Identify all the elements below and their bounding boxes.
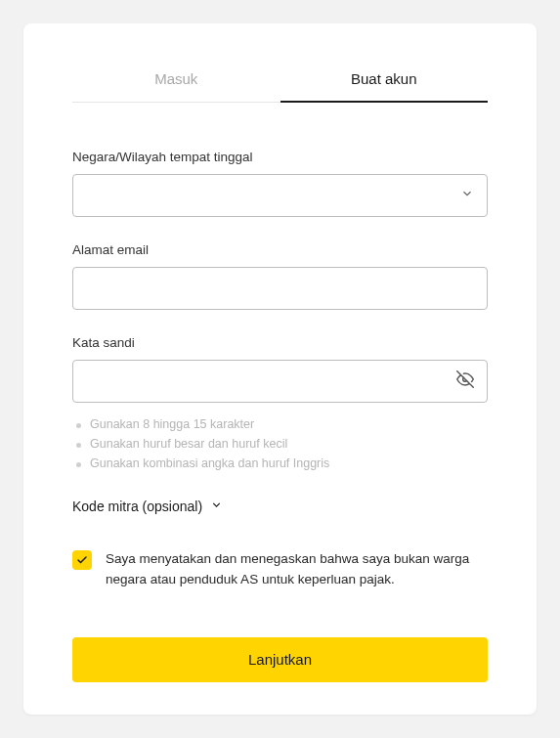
- disclaimer-text: Saya menyatakan dan menegaskan bahwa say…: [106, 549, 488, 590]
- eye-off-icon[interactable]: [456, 370, 474, 392]
- chevron-down-icon: [210, 499, 223, 514]
- password-rule: Gunakan 8 hingga 15 karakter: [72, 414, 488, 434]
- country-label: Negara/Wilayah tempat tinggal: [72, 150, 488, 164]
- check-icon: [76, 554, 88, 566]
- country-select[interactable]: [72, 174, 488, 217]
- password-label: Kata sandi: [72, 335, 488, 350]
- signup-card: Masuk Buat akun Negara/Wilayah tempat ti…: [23, 23, 537, 715]
- email-field-group: Alamat email: [72, 242, 488, 310]
- continue-button[interactable]: Lanjutkan: [72, 637, 488, 682]
- disclaimer-checkbox[interactable]: [72, 550, 92, 570]
- disclaimer-row: Saya menyatakan dan menegaskan bahwa say…: [72, 549, 488, 590]
- partner-code-toggle[interactable]: Kode mitra (opsional): [72, 499, 488, 514]
- password-field-group: Kata sandi Gunakan 8 hingga 15 karakter …: [72, 335, 488, 473]
- password-field[interactable]: [72, 360, 488, 403]
- email-field[interactable]: [72, 267, 488, 310]
- tab-login[interactable]: Masuk: [72, 70, 280, 103]
- password-rules: Gunakan 8 hingga 15 karakter Gunakan hur…: [72, 414, 488, 473]
- auth-tabs: Masuk Buat akun: [72, 70, 488, 103]
- partner-code-label: Kode mitra (opsional): [72, 499, 202, 514]
- password-rule: Gunakan kombinasi angka dan huruf Inggri…: [72, 454, 488, 473]
- tab-signup[interactable]: Buat akun: [280, 70, 489, 103]
- password-rule: Gunakan huruf besar dan huruf kecil: [72, 434, 488, 454]
- country-field: Negara/Wilayah tempat tinggal: [72, 150, 488, 217]
- email-label: Alamat email: [72, 242, 488, 257]
